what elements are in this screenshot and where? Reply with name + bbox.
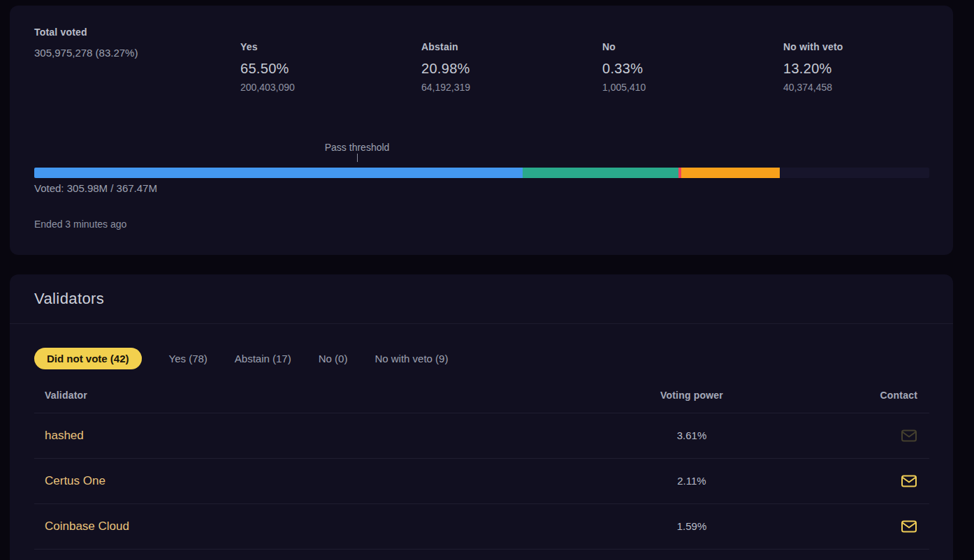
vote-bar: Pass threshold: [34, 168, 929, 178]
tab-yes[interactable]: Yes (78): [169, 353, 208, 364]
vote-option-percent: 13.20%: [783, 61, 843, 77]
vote-option-amount: 200,403,090: [240, 82, 295, 93]
divider: [10, 323, 953, 324]
column-header-voting-power: Voting power: [608, 390, 776, 401]
voting-power-value: 2.11%: [677, 475, 706, 487]
column-header-validator: Validator: [34, 390, 608, 401]
mail-icon: [901, 518, 917, 535]
pass-threshold-tick: [357, 154, 358, 162]
contact-button[interactable]: [901, 518, 917, 535]
vote-option-percent: 65.50%: [240, 61, 295, 77]
vote-option-amount: 40,374,458: [783, 82, 843, 93]
table-header-row: Validator Voting power Contact: [34, 378, 929, 413]
contact-button[interactable]: [901, 473, 917, 489]
voting-ended-status: Ended 3 minutes ago: [34, 219, 126, 230]
total-voted-value: 305,975,278 (83.27%): [34, 47, 138, 59]
vote-option-label: Abstain: [421, 41, 470, 52]
table-row: hashed 3.61%: [34, 413, 929, 459]
vote-option-label: Yes: [240, 41, 295, 52]
vote-option-amount: 64,192,319: [421, 82, 470, 93]
mail-icon: [901, 427, 917, 444]
voting-power-value: 1.59%: [677, 520, 707, 532]
contact-button[interactable]: [901, 427, 917, 444]
tab-no-with-veto[interactable]: No with veto (9): [375, 353, 448, 364]
total-voted-block: Total voted 305,975,278 (83.27%): [34, 27, 138, 59]
validators-panel: Validators Did not vote (42) Yes (78) Ab…: [10, 274, 953, 560]
total-voted-label: Total voted: [34, 27, 138, 38]
vote-results-panel: Total voted 305,975,278 (83.27%) Yes 65.…: [10, 6, 953, 255]
table-row: Coinbase Cloud 1.59%: [34, 504, 929, 550]
tab-did-not-vote[interactable]: Did not vote (42): [34, 348, 142, 369]
validator-link[interactable]: hashed: [45, 429, 84, 442]
table-row: Certus One 2.11%: [34, 459, 929, 504]
voting-power-value: 3.61%: [677, 429, 707, 441]
validator-link[interactable]: Certus One: [45, 474, 106, 487]
tab-abstain[interactable]: Abstain (17): [235, 353, 291, 364]
vote-option-no-with-veto: No with veto 13.20% 40,374,458: [783, 41, 843, 93]
vote-option-percent: 20.98%: [421, 61, 470, 77]
vote-option-yes: Yes 65.50% 200,403,090: [240, 41, 295, 93]
mail-icon: [901, 473, 917, 489]
vote-option-percent: 0.33%: [602, 61, 646, 77]
tab-no[interactable]: No (0): [319, 353, 348, 364]
pass-threshold-label: Pass threshold: [325, 142, 390, 153]
voted-summary: Voted: 305.98M / 367.47M: [34, 182, 157, 194]
validator-vote-tabs: Did not vote (42) Yes (78) Abstain (17) …: [34, 348, 448, 369]
validators-table: Validator Voting power Contact hashed 3.…: [34, 378, 929, 550]
vote-option-abstain: Abstain 20.98% 64,192,319: [421, 41, 470, 93]
vote-bar-segments: [34, 168, 929, 178]
vote-option-label: No with veto: [783, 41, 843, 52]
validator-link[interactable]: Coinbase Cloud: [45, 520, 129, 533]
column-header-contact: Contact: [845, 390, 929, 401]
vote-option-no: No 0.33% 1,005,410: [602, 41, 646, 93]
vote-bar-segment-no-with-veto: [681, 168, 780, 178]
vote-option-amount: 1,005,410: [602, 82, 646, 93]
vote-option-label: No: [602, 41, 646, 52]
vote-bar-segment-abstain: [523, 168, 679, 178]
validators-title: Validators: [34, 290, 104, 308]
vote-bar-segment-yes: [34, 168, 523, 178]
